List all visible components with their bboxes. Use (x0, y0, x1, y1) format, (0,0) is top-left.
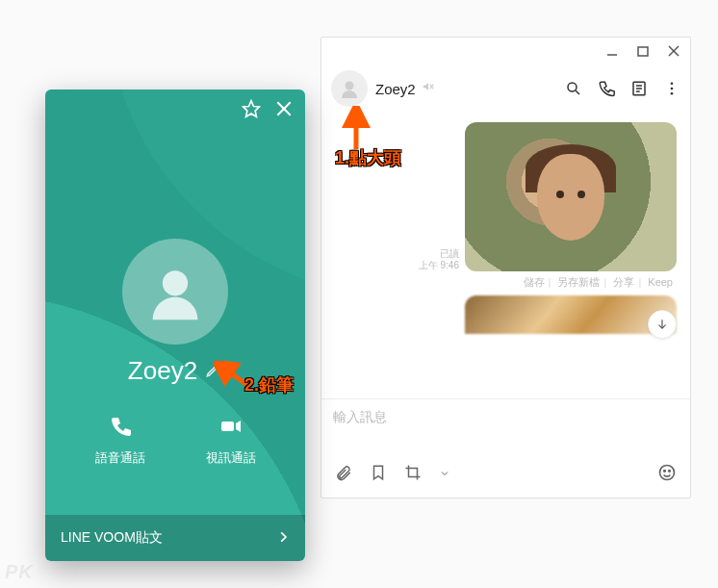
contact-avatar-small[interactable] (331, 70, 368, 107)
chat-bottom-toolbar (321, 455, 690, 498)
svg-point-14 (671, 88, 674, 90)
link-save-as[interactable]: 另存新檔 (557, 276, 600, 288)
profile-name: Zoey2 (128, 356, 197, 386)
svg-rect-1 (638, 47, 648, 56)
svg-point-17 (660, 466, 675, 480)
minimize-button[interactable] (605, 44, 619, 58)
read-status: 已讀 (419, 248, 459, 260)
message-meta: 已讀 上午 9:46 (419, 248, 459, 271)
phone-icon[interactable] (598, 80, 615, 97)
svg-point-19 (669, 471, 671, 473)
chevron-right-icon (276, 530, 290, 547)
phone-icon (95, 415, 145, 444)
chat-messages: 已讀 上午 9:46 儲存| 另存新檔| 分享| Keep (321, 113, 690, 398)
edit-name-pencil-icon[interactable] (205, 361, 222, 382)
profile-card: Zoey2 語音通話 視訊通話 LINE VOOM貼文 (45, 89, 305, 561)
message-input-placeholder: 輸入訊息 (333, 409, 679, 447)
voom-posts-row[interactable]: LINE VOOM貼文 (45, 515, 305, 561)
svg-marker-25 (236, 421, 241, 432)
link-share[interactable]: 分享 (613, 276, 634, 288)
notes-icon[interactable] (630, 80, 648, 97)
voice-call-label: 語音通話 (95, 449, 145, 467)
call-buttons: 語音通話 視訊通話 (45, 415, 305, 467)
message-input-area[interactable]: 輸入訊息 (321, 398, 690, 455)
message-image-partial[interactable] (465, 295, 677, 334)
message-row: 已讀 上午 9:46 (335, 122, 677, 271)
contact-name: Zoey2 (375, 81, 416, 97)
close-icon[interactable] (274, 99, 294, 123)
scroll-to-bottom-button[interactable] (648, 310, 677, 339)
maximize-button[interactable] (636, 44, 650, 58)
link-keep[interactable]: Keep (648, 276, 673, 288)
chat-header: Zoey2 (321, 64, 690, 113)
voom-label: LINE VOOM貼文 (61, 529, 163, 547)
video-call-button[interactable]: 視訊通話 (206, 415, 256, 467)
more-options-icon[interactable] (663, 80, 680, 97)
message-row (335, 295, 677, 334)
svg-point-18 (664, 471, 666, 473)
chevron-down-icon[interactable] (439, 466, 450, 483)
svg-rect-24 (221, 422, 234, 431)
svg-line-8 (576, 90, 579, 94)
voice-call-button[interactable]: 語音通話 (95, 415, 145, 467)
message-image[interactable] (465, 122, 677, 271)
capture-icon[interactable] (404, 464, 422, 485)
message-action-links: 儲存| 另存新檔| 分享| Keep (335, 275, 673, 290)
attach-icon[interactable] (335, 464, 352, 485)
video-icon (206, 415, 256, 444)
video-call-label: 視訊通話 (206, 449, 256, 467)
close-window-button[interactable] (667, 44, 680, 58)
search-icon[interactable] (565, 80, 582, 97)
svg-marker-20 (244, 101, 260, 117)
profile-top-actions (45, 89, 305, 133)
svg-point-4 (346, 82, 354, 90)
muted-icon (422, 80, 435, 97)
contact-avatar-large[interactable] (122, 239, 228, 345)
bookmark-icon[interactable] (370, 464, 387, 485)
star-icon[interactable] (242, 99, 261, 123)
svg-point-13 (671, 82, 674, 85)
chat-window: Zoey2 已讀 上午 9:46 (321, 37, 691, 499)
svg-point-7 (568, 83, 577, 91)
chat-header-actions (565, 80, 680, 97)
emoji-icon[interactable] (657, 463, 677, 486)
link-save[interactable]: 儲存 (524, 276, 545, 288)
svg-point-23 (163, 270, 188, 295)
watermark: PK (5, 561, 34, 583)
profile-name-row: Zoey2 (45, 356, 305, 386)
message-time: 上午 9:46 (419, 260, 459, 271)
svg-point-15 (671, 92, 674, 95)
window-titlebar (321, 38, 690, 64)
